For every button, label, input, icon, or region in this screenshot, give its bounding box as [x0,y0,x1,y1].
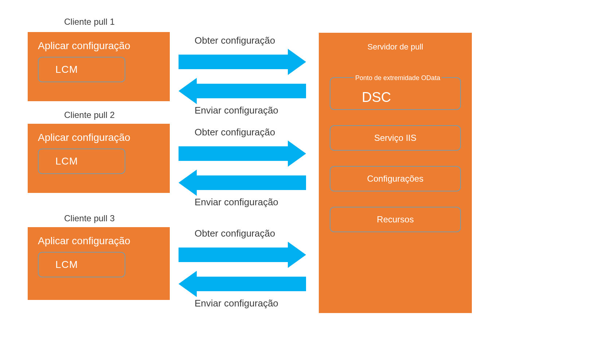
arrow-group-1: Obter configuração Enviar configuração [175,32,310,105]
client-box-title-3: Aplicar configuração [38,235,160,247]
client-box-3: Aplicar configuração LCM [28,227,170,300]
odata-endpoint-label: Ponto de extremidade OData [354,74,442,82]
arrow-right-icon [179,141,306,167]
server-item-iis-text: Serviço IIS [374,133,416,143]
arrow-right-icon [179,49,306,75]
client-box-title-2: Aplicar configuração [38,132,160,143]
server-box: Servidor de pull Ponto de extremidade OD… [319,33,472,313]
odata-endpoint-title: DSC [362,90,391,105]
server-item-config: Configurações [330,166,461,191]
server-item-resources: Recursos [330,207,461,232]
odata-endpoint-box: Ponto de extremidade OData DSC [330,77,461,110]
server-item-config-text: Configurações [367,174,424,184]
arrow-top-label-2: Obter configuração [195,127,275,138]
arrow-left-icon [179,271,306,297]
lcm-text-2: LCM [55,155,78,167]
client-box-1: Aplicar configuração LCM [28,32,170,101]
lcm-text-3: LCM [55,259,78,270]
arrow-group-2: Obter configuração Enviar configuração [175,124,310,197]
client-box-2: Aplicar configuração LCM [28,124,170,193]
arrow-bottom-label-1: Enviar configuração [195,105,278,116]
lcm-box-1: LCM [38,57,125,82]
arrow-top-label-3: Obter configuração [195,228,275,239]
client-label-3: Cliente pull 3 [64,213,115,223]
lcm-box-2: LCM [38,149,125,174]
server-item-resources-text: Recursos [377,214,414,225]
arrow-bottom-label-2: Enviar configuração [195,197,278,208]
client-label-1: Cliente pull 1 [64,17,115,27]
arrow-left-icon [179,170,306,196]
lcm-text-1: LCM [55,64,78,75]
client-label-2: Cliente pull 2 [64,110,115,120]
arrow-top-label-1: Obter configuração [195,35,275,46]
arrow-left-icon [179,78,306,104]
lcm-box-3: LCM [38,252,125,277]
client-box-title-1: Aplicar configuração [38,40,160,52]
arrow-right-icon [179,242,306,268]
arrow-group-3: Obter configuração Enviar configuração [175,225,310,298]
server-title: Servidor de pull [330,42,461,52]
server-item-iis: Serviço IIS [330,125,461,151]
arrow-bottom-label-3: Enviar configuração [195,298,278,309]
